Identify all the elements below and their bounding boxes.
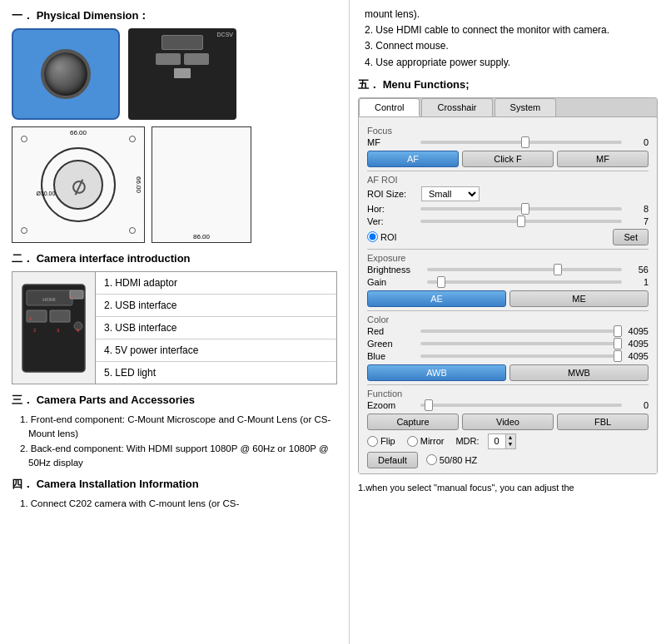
svg-text:HDMI: HDMI [42,297,56,302]
interface-item-4: 4. 5V power interface [96,339,336,362]
corner-br [129,227,136,234]
roi-radio-input[interactable] [367,231,378,242]
hz-row: Default 50/80 HZ [367,452,649,468]
green-thumb[interactable] [614,338,622,349]
camera-install-section: 四． Camera Installation Information 1. Co… [12,477,337,511]
blue-slider[interactable] [420,354,622,358]
camera-lens [41,49,91,99]
color-label: Color [367,315,649,324]
dimension-diagrams: 66.00 66.00 ⌀ Ø30.00 86.00 [12,126,337,243]
roi-size-select[interactable]: Small Medium Large [421,186,480,201]
divider-3 [367,310,649,311]
focus-buttons: AF Click F MF [367,151,649,167]
capture-button[interactable]: Capture [367,414,459,430]
clickf-button[interactable]: Click F [462,151,554,167]
camera-back-svg: HDMI 1 2 3 4 5 [18,280,89,376]
ezoom-slider[interactable] [420,404,622,407]
mdr-down[interactable]: ▼ [506,441,515,448]
exposure-label: Exposure [367,253,649,263]
set-button[interactable]: Set [613,229,649,245]
af-button[interactable]: AF [367,151,459,167]
function-label: Function [367,389,649,399]
brightness-label: Brightness [367,265,424,275]
dim-dia-label: Ø30.00 [36,191,55,196]
mdr-label: MDR: [455,436,479,446]
hz-radio[interactable]: 50/80 HZ [426,454,477,465]
brightness-slider[interactable] [427,268,622,271]
install-cont-line1: mount lens). [365,8,420,20]
tab-control[interactable]: Control [359,98,420,116]
ezoom-thumb[interactable] [425,399,433,411]
mf-slider[interactable] [420,141,622,144]
interface-num: 二． [12,252,33,265]
divider-1 [367,171,649,171]
menu-tabs: Control Crosshair System [359,98,657,117]
install-item-4: 4. Use appropriate power supply. [365,57,510,68]
left-column: 一． Physical Dimension： DCSV [0,0,350,644]
brightness-thumb[interactable] [554,264,562,275]
tab-system[interactable]: System [495,98,557,116]
ezoom-value: 0 [625,400,649,410]
hor-thumb[interactable] [521,203,529,215]
mirror-label: Mirror [420,436,445,446]
default-button[interactable]: Default [367,452,418,468]
ae-button[interactable]: AE [367,290,506,307]
back-diagram: 86.00 [152,126,251,243]
parts-heading: 三． Camera Parts and Accessories [12,393,337,408]
dim-top-label: 66.00 [70,129,87,136]
mdr-row: Flip Mirror MDR: 0 ▲ ▼ [367,433,649,449]
hdmi-port-photo [162,35,203,50]
install-item-2: 2. Use HDMI cable to connect the monitor… [365,24,609,36]
mdr-spin-buttons: ▲ ▼ [505,434,515,448]
corner-bl [21,227,27,234]
flip-input[interactable] [367,436,378,447]
me-button[interactable]: ME [509,290,649,307]
mdr-up[interactable]: ▲ [506,434,515,441]
roi-radio[interactable]: ROI [367,231,397,242]
interface-item-5-label: LED light [115,367,156,379]
hz-label: 50/80 HZ [440,455,477,465]
red-row: Red 4095 [367,326,649,336]
phys-dim-title: Physical Dimension： [37,9,150,22]
red-thumb[interactable] [614,325,622,337]
svg-text:4: 4 [72,295,74,300]
gain-label: Gain [367,277,424,287]
exposure-buttons: AE ME [367,290,649,307]
parts-title: Camera Parts and Accessories [37,394,195,406]
ver-thumb[interactable] [517,215,525,227]
tab-crosshair[interactable]: Crosshair [421,98,492,116]
mf-button[interactable]: MF [557,151,649,167]
lens-circle-inner: ⌀ [53,160,103,210]
lens-circle-outer: ⌀ [41,147,116,222]
mwb-button[interactable]: MWB [509,364,649,381]
brightness-row: Brightness 56 [367,265,649,275]
hor-slider[interactable] [420,207,622,211]
mirror-radio[interactable]: Mirror [407,436,445,447]
install-item-3: 3. Connect mouse. [365,40,449,52]
install-title: Camera Installation Information [37,478,199,490]
brightness-value: 56 [625,265,649,275]
mirror-input[interactable] [407,436,418,447]
red-slider[interactable] [420,329,622,333]
mf-value: 0 [625,137,649,147]
mf-thumb[interactable] [521,136,529,148]
video-button[interactable]: Video [462,414,554,430]
usb-port2-photo [184,53,209,65]
interface-item-3-num: 3. [104,322,115,334]
awb-button[interactable]: AWB [367,364,506,381]
camera-interface-section: 二． Camera interface introduction HDMI [12,251,337,384]
blue-value: 4095 [625,351,649,361]
right-column: mount lens). 2. Use HDMI cable to connec… [350,0,666,644]
interface-item-2: 2. USB interface [96,295,336,317]
install-continuation: mount lens). 2. Use HDMI cable to connec… [358,7,658,71]
hz-input[interactable] [426,454,437,465]
flip-radio[interactable]: Flip [367,436,395,447]
green-slider[interactable] [420,342,622,345]
blue-thumb[interactable] [614,350,622,362]
menu-heading: 五． Menu Functions; [358,77,658,92]
ver-slider[interactable] [420,220,622,223]
fbl-button[interactable]: FBL [557,414,649,430]
flip-label: Flip [380,436,395,446]
gain-slider[interactable] [427,280,622,284]
gain-thumb[interactable] [437,276,445,288]
